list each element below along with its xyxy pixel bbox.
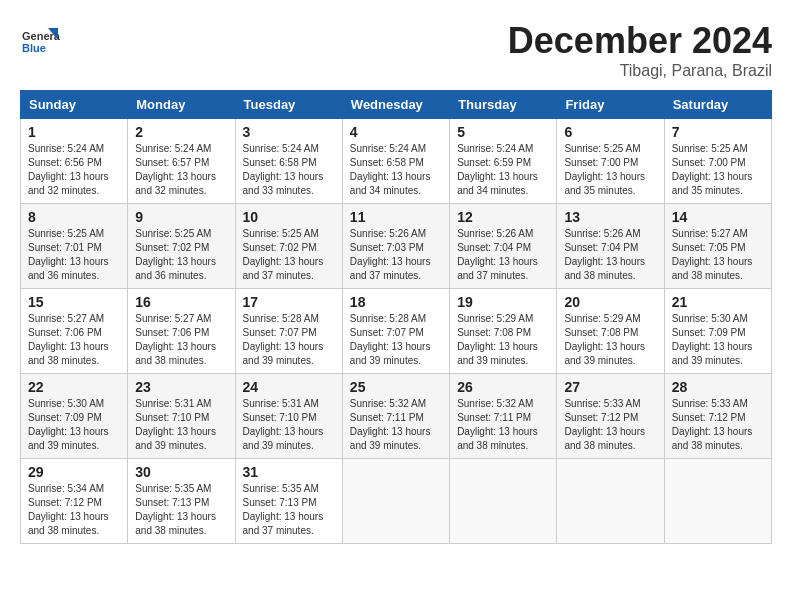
day-info: Sunrise: 5:35 AM Sunset: 7:13 PM Dayligh…	[243, 482, 335, 538]
calendar-cell: 11Sunrise: 5:26 AM Sunset: 7:03 PM Dayli…	[342, 204, 449, 289]
day-info: Sunrise: 5:25 AM Sunset: 7:02 PM Dayligh…	[135, 227, 227, 283]
day-info: Sunrise: 5:32 AM Sunset: 7:11 PM Dayligh…	[350, 397, 442, 453]
day-info: Sunrise: 5:25 AM Sunset: 7:00 PM Dayligh…	[564, 142, 656, 198]
calendar-cell: 17Sunrise: 5:28 AM Sunset: 7:07 PM Dayli…	[235, 289, 342, 374]
calendar-cell	[664, 459, 771, 544]
day-number: 9	[135, 209, 227, 225]
month-title: December 2024	[508, 20, 772, 62]
day-info: Sunrise: 5:24 AM Sunset: 6:57 PM Dayligh…	[135, 142, 227, 198]
weekday-header-saturday: Saturday	[664, 91, 771, 119]
day-info: Sunrise: 5:24 AM Sunset: 6:58 PM Dayligh…	[350, 142, 442, 198]
day-info: Sunrise: 5:26 AM Sunset: 7:03 PM Dayligh…	[350, 227, 442, 283]
calendar-cell: 30Sunrise: 5:35 AM Sunset: 7:13 PM Dayli…	[128, 459, 235, 544]
calendar-cell	[557, 459, 664, 544]
day-number: 8	[28, 209, 120, 225]
day-info: Sunrise: 5:25 AM Sunset: 7:02 PM Dayligh…	[243, 227, 335, 283]
day-number: 31	[243, 464, 335, 480]
day-number: 15	[28, 294, 120, 310]
day-number: 22	[28, 379, 120, 395]
day-number: 28	[672, 379, 764, 395]
day-info: Sunrise: 5:27 AM Sunset: 7:06 PM Dayligh…	[28, 312, 120, 368]
weekday-header-wednesday: Wednesday	[342, 91, 449, 119]
calendar-cell: 20Sunrise: 5:29 AM Sunset: 7:08 PM Dayli…	[557, 289, 664, 374]
weekday-header-friday: Friday	[557, 91, 664, 119]
day-number: 11	[350, 209, 442, 225]
day-number: 21	[672, 294, 764, 310]
calendar-cell: 9Sunrise: 5:25 AM Sunset: 7:02 PM Daylig…	[128, 204, 235, 289]
logo: General Blue	[20, 20, 64, 60]
calendar-cell: 16Sunrise: 5:27 AM Sunset: 7:06 PM Dayli…	[128, 289, 235, 374]
calendar-cell: 18Sunrise: 5:28 AM Sunset: 7:07 PM Dayli…	[342, 289, 449, 374]
day-number: 24	[243, 379, 335, 395]
calendar-cell: 6Sunrise: 5:25 AM Sunset: 7:00 PM Daylig…	[557, 119, 664, 204]
day-info: Sunrise: 5:26 AM Sunset: 7:04 PM Dayligh…	[564, 227, 656, 283]
weekday-header-tuesday: Tuesday	[235, 91, 342, 119]
day-number: 17	[243, 294, 335, 310]
day-info: Sunrise: 5:29 AM Sunset: 7:08 PM Dayligh…	[457, 312, 549, 368]
day-number: 10	[243, 209, 335, 225]
calendar-cell: 31Sunrise: 5:35 AM Sunset: 7:13 PM Dayli…	[235, 459, 342, 544]
calendar-cell: 4Sunrise: 5:24 AM Sunset: 6:58 PM Daylig…	[342, 119, 449, 204]
day-info: Sunrise: 5:27 AM Sunset: 7:06 PM Dayligh…	[135, 312, 227, 368]
calendar-cell: 13Sunrise: 5:26 AM Sunset: 7:04 PM Dayli…	[557, 204, 664, 289]
day-number: 25	[350, 379, 442, 395]
day-info: Sunrise: 5:26 AM Sunset: 7:04 PM Dayligh…	[457, 227, 549, 283]
calendar-cell: 2Sunrise: 5:24 AM Sunset: 6:57 PM Daylig…	[128, 119, 235, 204]
calendar-cell: 3Sunrise: 5:24 AM Sunset: 6:58 PM Daylig…	[235, 119, 342, 204]
day-info: Sunrise: 5:33 AM Sunset: 7:12 PM Dayligh…	[564, 397, 656, 453]
calendar-cell: 26Sunrise: 5:32 AM Sunset: 7:11 PM Dayli…	[450, 374, 557, 459]
location: Tibagi, Parana, Brazil	[508, 62, 772, 80]
calendar-cell: 21Sunrise: 5:30 AM Sunset: 7:09 PM Dayli…	[664, 289, 771, 374]
calendar-cell: 28Sunrise: 5:33 AM Sunset: 7:12 PM Dayli…	[664, 374, 771, 459]
calendar-table: SundayMondayTuesdayWednesdayThursdayFrid…	[20, 90, 772, 544]
calendar-cell: 8Sunrise: 5:25 AM Sunset: 7:01 PM Daylig…	[21, 204, 128, 289]
calendar-cell: 25Sunrise: 5:32 AM Sunset: 7:11 PM Dayli…	[342, 374, 449, 459]
day-number: 1	[28, 124, 120, 140]
calendar-cell: 10Sunrise: 5:25 AM Sunset: 7:02 PM Dayli…	[235, 204, 342, 289]
day-number: 18	[350, 294, 442, 310]
calendar-cell: 14Sunrise: 5:27 AM Sunset: 7:05 PM Dayli…	[664, 204, 771, 289]
day-number: 13	[564, 209, 656, 225]
day-info: Sunrise: 5:34 AM Sunset: 7:12 PM Dayligh…	[28, 482, 120, 538]
day-number: 7	[672, 124, 764, 140]
calendar-cell: 24Sunrise: 5:31 AM Sunset: 7:10 PM Dayli…	[235, 374, 342, 459]
day-number: 27	[564, 379, 656, 395]
day-number: 26	[457, 379, 549, 395]
calendar-cell: 22Sunrise: 5:30 AM Sunset: 7:09 PM Dayli…	[21, 374, 128, 459]
svg-text:Blue: Blue	[22, 42, 46, 54]
day-number: 14	[672, 209, 764, 225]
calendar-cell: 12Sunrise: 5:26 AM Sunset: 7:04 PM Dayli…	[450, 204, 557, 289]
day-info: Sunrise: 5:24 AM Sunset: 6:59 PM Dayligh…	[457, 142, 549, 198]
day-number: 12	[457, 209, 549, 225]
calendar-week-5: 29Sunrise: 5:34 AM Sunset: 7:12 PM Dayli…	[21, 459, 772, 544]
calendar-week-1: 1Sunrise: 5:24 AM Sunset: 6:56 PM Daylig…	[21, 119, 772, 204]
day-number: 30	[135, 464, 227, 480]
weekday-header-monday: Monday	[128, 91, 235, 119]
day-number: 4	[350, 124, 442, 140]
calendar-cell: 15Sunrise: 5:27 AM Sunset: 7:06 PM Dayli…	[21, 289, 128, 374]
day-info: Sunrise: 5:29 AM Sunset: 7:08 PM Dayligh…	[564, 312, 656, 368]
day-number: 20	[564, 294, 656, 310]
day-info: Sunrise: 5:31 AM Sunset: 7:10 PM Dayligh…	[243, 397, 335, 453]
day-number: 16	[135, 294, 227, 310]
day-info: Sunrise: 5:27 AM Sunset: 7:05 PM Dayligh…	[672, 227, 764, 283]
day-info: Sunrise: 5:30 AM Sunset: 7:09 PM Dayligh…	[28, 397, 120, 453]
day-info: Sunrise: 5:24 AM Sunset: 6:56 PM Dayligh…	[28, 142, 120, 198]
day-info: Sunrise: 5:28 AM Sunset: 7:07 PM Dayligh…	[350, 312, 442, 368]
day-info: Sunrise: 5:24 AM Sunset: 6:58 PM Dayligh…	[243, 142, 335, 198]
calendar-cell: 29Sunrise: 5:34 AM Sunset: 7:12 PM Dayli…	[21, 459, 128, 544]
weekday-header-thursday: Thursday	[450, 91, 557, 119]
day-info: Sunrise: 5:33 AM Sunset: 7:12 PM Dayligh…	[672, 397, 764, 453]
day-info: Sunrise: 5:25 AM Sunset: 7:01 PM Dayligh…	[28, 227, 120, 283]
day-number: 19	[457, 294, 549, 310]
calendar-week-4: 22Sunrise: 5:30 AM Sunset: 7:09 PM Dayli…	[21, 374, 772, 459]
day-info: Sunrise: 5:25 AM Sunset: 7:00 PM Dayligh…	[672, 142, 764, 198]
day-number: 6	[564, 124, 656, 140]
day-number: 3	[243, 124, 335, 140]
weekday-header-sunday: Sunday	[21, 91, 128, 119]
day-number: 5	[457, 124, 549, 140]
calendar-cell: 5Sunrise: 5:24 AM Sunset: 6:59 PM Daylig…	[450, 119, 557, 204]
header: General Blue December 2024 Tibagi, Paran…	[20, 20, 772, 80]
day-number: 29	[28, 464, 120, 480]
calendar-cell: 19Sunrise: 5:29 AM Sunset: 7:08 PM Dayli…	[450, 289, 557, 374]
